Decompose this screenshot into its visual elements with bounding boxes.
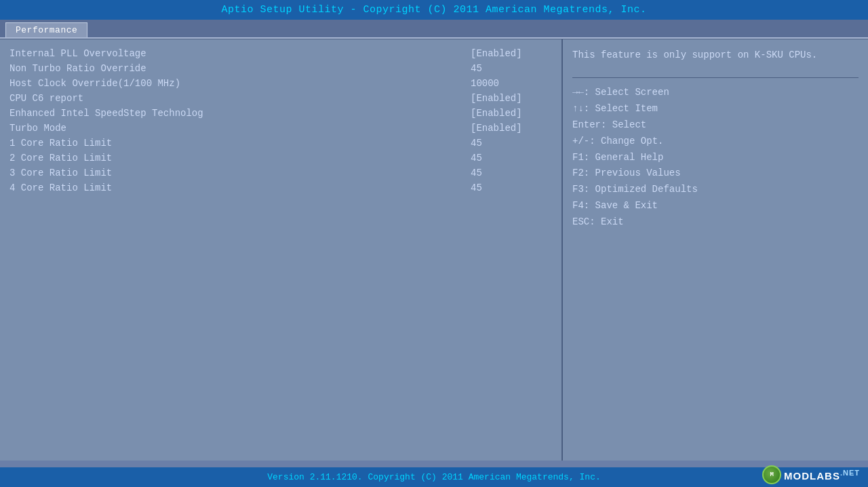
key-action: Optimized Defaults — [595, 184, 698, 195]
logo-icon: M — [762, 465, 781, 484]
key-action: Save & Exit — [595, 200, 658, 211]
key-label: ESC: — [572, 216, 601, 227]
tab-bar: Performance — [0, 20, 868, 39]
key-help-row: Enter: Select — [572, 117, 859, 134]
left-panel: Internal PLL Overvoltage[Enabled]Non Tur… — [0, 39, 563, 461]
key-help-list: →←: Select Screen↑↓: Select ItemEnter: S… — [572, 85, 859, 230]
menu-row[interactable]: CPU C6 report[Enabled] — [9, 91, 552, 106]
key-action: Exit — [601, 216, 624, 227]
menu-item-label: Non Turbo Ratio Override — [9, 63, 146, 74]
menu-item-label: Host Clock Override(1/100 MHz) — [9, 78, 180, 89]
menu-item-label: 2 Core Ratio Limit — [9, 153, 112, 163]
key-action: General Help — [595, 152, 664, 163]
menu-item-value: 45 — [471, 138, 552, 149]
menu-item-label: Turbo Mode — [9, 123, 66, 134]
key-help-row: F1: General Help — [572, 150, 859, 166]
menu-item-value: [Enabled] — [471, 48, 552, 59]
help-text: This feature is only support on K-SKU CP… — [572, 47, 859, 62]
menu-row[interactable]: 2 Core Ratio Limit45 — [9, 151, 552, 165]
key-label: F3: — [572, 184, 595, 195]
menu-item-value: 45 — [471, 168, 552, 178]
menu-item-label: 3 Core Ratio Limit — [9, 168, 112, 178]
menu-item-value: [Enabled] — [471, 93, 552, 104]
logo-text: MODLABS.NET — [784, 469, 860, 482]
menu-row[interactable]: Non Turbo Ratio Override45 — [9, 61, 552, 76]
top-header-bar: Aptio Setup Utility - Copyright (C) 2011… — [0, 0, 868, 20]
menu-item-value: 45 — [471, 182, 552, 193]
key-help-row: →←: Select Screen — [572, 85, 859, 101]
tab-performance[interactable]: Performance — [5, 22, 87, 37]
key-help-row: ESC: Exit — [572, 214, 859, 231]
main-content: Internal PLL Overvoltage[Enabled]Non Tur… — [0, 39, 868, 461]
menu-item-value: [Enabled] — [471, 108, 552, 119]
menu-item-value: 10000 — [471, 78, 552, 89]
key-help-row: ↑↓: Select Item — [572, 101, 859, 117]
key-label: F2: — [572, 168, 595, 178]
menu-row[interactable]: Host Clock Override(1/100 MHz)10000 — [9, 76, 552, 91]
key-help-row: F4: Save & Exit — [572, 198, 859, 214]
menu-item-value: [Enabled] — [471, 123, 552, 134]
key-help-row: +/-: Change Opt. — [572, 134, 859, 150]
key-label: Enter: — [572, 119, 612, 130]
key-label: →←: — [572, 87, 595, 98]
menu-item-label: 4 Core Ratio Limit — [9, 182, 112, 193]
menu-item-label: 1 Core Ratio Limit — [9, 138, 112, 149]
menu-row[interactable]: Enhanced Intel SpeedStep Technolog[Enabl… — [9, 106, 552, 121]
menu-item-label: Enhanced Intel SpeedStep Technolog — [9, 108, 203, 119]
key-action: Select Item — [595, 103, 658, 114]
menu-item-label: Internal PLL Overvoltage — [9, 48, 146, 59]
right-panel: This feature is only support on K-SKU CP… — [563, 39, 868, 461]
modlabs-logo: M MODLABS.NET — [762, 465, 860, 484]
key-help-row: F3: Optimized Defaults — [572, 182, 859, 198]
bottom-bar: Version 2.11.1210. Copyright (C) 2011 Am… — [0, 467, 868, 487]
key-help-row: F2: Previous Values — [572, 165, 859, 182]
key-label: +/-: — [572, 136, 601, 147]
menu-item-value: 45 — [471, 63, 552, 74]
key-label: F1: — [572, 152, 595, 163]
menu-row[interactable]: 3 Core Ratio Limit45 — [9, 165, 552, 180]
menu-list: Internal PLL Overvoltage[Enabled]Non Tur… — [9, 46, 552, 195]
menu-row[interactable]: 4 Core Ratio Limit45 — [9, 180, 552, 195]
menu-item-value: 45 — [471, 153, 552, 163]
key-action: Previous Values — [595, 168, 681, 178]
divider — [572, 77, 859, 78]
header-title: Aptio Setup Utility - Copyright (C) 2011… — [221, 4, 646, 16]
menu-row[interactable]: Internal PLL Overvoltage[Enabled] — [9, 46, 552, 61]
key-action: Change Opt. — [601, 136, 663, 147]
menu-item-label: CPU C6 report — [9, 93, 83, 104]
key-action: Select Screen — [595, 87, 669, 98]
footer-text: Version 2.11.1210. Copyright (C) 2011 Am… — [267, 472, 600, 482]
menu-row[interactable]: 1 Core Ratio Limit45 — [9, 136, 552, 151]
key-label: F4: — [572, 200, 595, 211]
key-action: Select — [612, 119, 646, 130]
key-label: ↑↓: — [572, 103, 595, 114]
menu-row[interactable]: Turbo Mode[Enabled] — [9, 121, 552, 136]
